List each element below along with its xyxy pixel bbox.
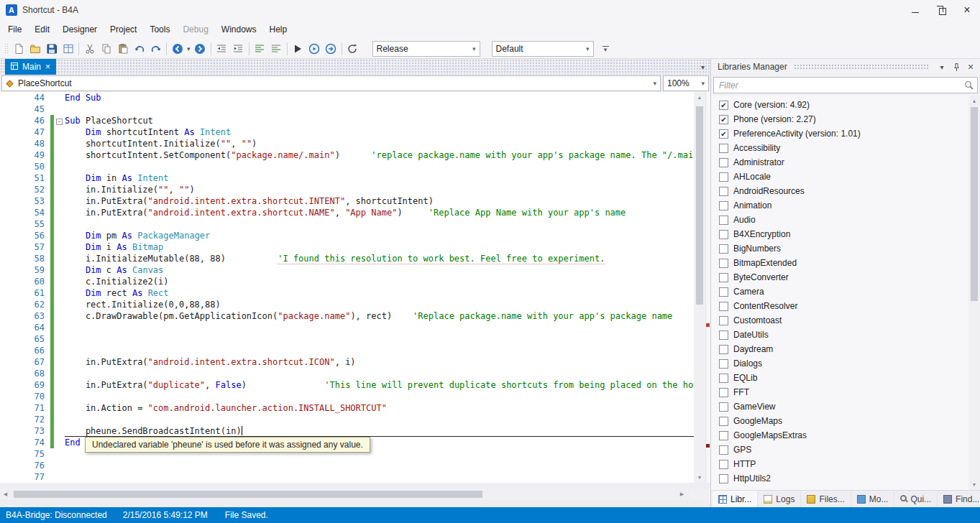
- menu-edit[interactable]: Edit: [28, 22, 56, 37]
- library-checkbox[interactable]: [719, 187, 728, 196]
- library-checkbox[interactable]: [719, 129, 728, 139]
- library-item[interactable]: GameView: [711, 399, 968, 414]
- scroll-up-icon[interactable]: [694, 92, 705, 103]
- panel-tab-libraries[interactable]: Libr...: [713, 491, 758, 507]
- compile-icon[interactable]: [306, 40, 323, 57]
- library-item[interactable]: Core (version: 4.92): [711, 98, 968, 112]
- library-item[interactable]: HTTP: [711, 457, 968, 471]
- scrollbar-track[interactable]: [694, 103, 705, 472]
- library-checkbox[interactable]: [719, 287, 728, 297]
- toolbar-overflow-icon[interactable]: [603, 46, 609, 52]
- library-item[interactable]: AndroidResources: [711, 184, 968, 198]
- library-checkbox[interactable]: [719, 302, 728, 311]
- library-item[interactable]: Customtoast: [711, 313, 968, 328]
- library-checkbox[interactable]: [719, 244, 728, 254]
- library-item[interactable]: Dialogs: [711, 356, 968, 371]
- restore-icon[interactable]: [928, 0, 954, 20]
- panel-menu-chevron-icon[interactable]: [936, 63, 948, 71]
- scrollbar-thumb[interactable]: [14, 491, 482, 498]
- library-item[interactable]: BigNumbers: [711, 241, 968, 256]
- library-checkbox[interactable]: [719, 172, 728, 182]
- redo-icon[interactable]: [147, 40, 164, 57]
- menu-project[interactable]: Project: [104, 22, 143, 37]
- library-checkbox[interactable]: [719, 374, 728, 383]
- panel-tab-files[interactable]: Files...: [801, 491, 851, 507]
- library-checkbox[interactable]: [719, 345, 728, 354]
- library-checkbox[interactable]: [719, 388, 728, 397]
- panel-scrollbar[interactable]: [968, 96, 980, 490]
- copy-icon[interactable]: [98, 40, 114, 57]
- new-icon[interactable]: [10, 40, 27, 57]
- paste-icon[interactable]: [114, 40, 131, 57]
- library-checkbox[interactable]: [719, 445, 728, 455]
- scrollbar-track[interactable]: [11, 489, 677, 500]
- library-checkbox[interactable]: [719, 216, 728, 225]
- minimize-icon[interactable]: [902, 0, 928, 20]
- scroll-down-icon[interactable]: [968, 479, 980, 490]
- library-item[interactable]: PreferenceActivity (version: 1.01): [711, 126, 968, 141]
- library-item[interactable]: Accessibility: [711, 141, 968, 155]
- library-checkbox[interactable]: [719, 330, 728, 340]
- library-checkbox[interactable]: [719, 474, 728, 483]
- editor-vscrollbar[interactable]: [694, 92, 705, 483]
- compile-release-icon[interactable]: [323, 40, 339, 57]
- library-item[interactable]: Camera: [711, 284, 968, 299]
- zoom-dropdown[interactable]: 100%: [663, 75, 709, 91]
- comment-icon[interactable]: [252, 40, 268, 57]
- menu-windows[interactable]: Windows: [215, 22, 263, 37]
- undo-icon[interactable]: [131, 40, 147, 57]
- panel-tab-quick-search[interactable]: Qui...: [894, 491, 938, 507]
- menu-designer[interactable]: Designer: [56, 22, 104, 37]
- library-checkbox[interactable]: [719, 273, 728, 282]
- library-item[interactable]: GPS: [711, 443, 968, 457]
- library-item[interactable]: B4XEncryption: [711, 227, 968, 241]
- tab-list-chevron-icon[interactable]: [701, 63, 710, 71]
- toolbar-grip[interactable]: [4, 43, 8, 55]
- member-dropdown[interactable]: PlaceShortcut: [1, 75, 661, 91]
- pin-icon[interactable]: [951, 63, 962, 72]
- panel-tab-logs[interactable]: Logs: [758, 491, 801, 507]
- library-item[interactable]: BitmapExtended: [711, 256, 968, 270]
- fold-collapse-icon[interactable]: [56, 119, 63, 125]
- library-checkbox[interactable]: [719, 115, 728, 124]
- library-item[interactable]: AHLocale: [711, 170, 968, 184]
- navigate-back-icon[interactable]: [169, 40, 186, 57]
- code-editor[interactable]: 44End Sub4546Sub PlaceShortcut47 Dim sho…: [0, 92, 710, 483]
- tab-main[interactable]: Main: [5, 59, 56, 75]
- error-mark[interactable]: [706, 444, 710, 448]
- navigate-forward-icon[interactable]: [192, 40, 209, 57]
- refresh-icon[interactable]: [344, 40, 361, 57]
- menu-debug[interactable]: Debug: [176, 22, 214, 37]
- panel-drag-texture[interactable]: [794, 64, 930, 70]
- navigate-dropdown-icon[interactable]: ▾: [186, 45, 192, 52]
- scroll-down-icon[interactable]: [694, 472, 705, 483]
- close-tab-icon[interactable]: [45, 63, 50, 70]
- library-item[interactable]: Phone (version: 2.27): [711, 112, 968, 126]
- library-checkbox[interactable]: [719, 316, 728, 325]
- editor-hscrollbar[interactable]: [0, 489, 687, 500]
- library-item[interactable]: Audio: [711, 213, 968, 227]
- library-item[interactable]: ByteConverter: [711, 270, 968, 284]
- scroll-up-icon[interactable]: [968, 96, 980, 106]
- panel-tab-find[interactable]: Find...: [938, 491, 980, 507]
- library-item[interactable]: DateUtils: [711, 328, 968, 342]
- menu-help[interactable]: Help: [263, 22, 294, 37]
- library-item[interactable]: Animation: [711, 198, 968, 213]
- error-mark[interactable]: [706, 323, 710, 327]
- library-item[interactable]: FFT: [711, 385, 968, 399]
- scrollbar-thumb[interactable]: [696, 106, 703, 305]
- cut-icon[interactable]: [81, 40, 98, 57]
- scrollbar-thumb[interactable]: [971, 107, 978, 301]
- outdent-icon[interactable]: [214, 40, 230, 57]
- library-item[interactable]: Daydream: [711, 342, 968, 356]
- designer-grid-icon[interactable]: [60, 40, 76, 57]
- run-configuration-dropdown[interactable]: Default: [492, 41, 594, 57]
- library-checkbox[interactable]: [719, 158, 728, 167]
- build-configuration-dropdown[interactable]: Release: [372, 41, 480, 57]
- uncomment-icon[interactable]: [268, 40, 285, 57]
- library-item[interactable]: ContentResolver: [711, 299, 968, 313]
- library-checkbox[interactable]: [719, 259, 728, 268]
- library-item[interactable]: GoogleMapsExtras: [711, 428, 968, 443]
- library-checkbox[interactable]: [719, 431, 728, 440]
- library-checkbox[interactable]: [719, 101, 728, 110]
